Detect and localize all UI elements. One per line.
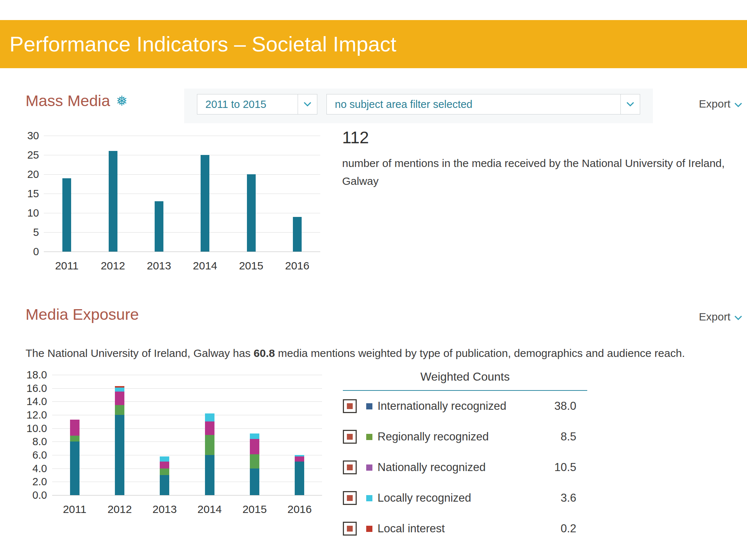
bar bbox=[247, 174, 256, 252]
legend-row: Regionally recognized8.5 bbox=[343, 421, 587, 452]
subject-filter-value: no subject area filter selected bbox=[327, 98, 620, 110]
mentions-count: 112 bbox=[342, 128, 736, 147]
media-exposure-stacked-chart: 0.02.04.06.08.010.012.014.016.018.0 2011… bbox=[20, 375, 325, 521]
bar-chart-plot bbox=[52, 375, 322, 495]
legend-value: 10.5 bbox=[554, 461, 587, 474]
y-tick-label: 0 bbox=[33, 246, 39, 258]
gridline bbox=[52, 388, 322, 389]
filter-toggle-mark bbox=[347, 526, 353, 532]
stacked-bar-segment bbox=[250, 433, 259, 439]
summary-value: 60.8 bbox=[253, 347, 275, 359]
stacked-bar-segment bbox=[160, 456, 169, 462]
bar bbox=[62, 178, 71, 252]
stacked-bar-segment bbox=[250, 468, 259, 495]
x-tick-label: 2016 bbox=[287, 503, 312, 516]
page: Performance Indicators – Societal Impact… bbox=[0, 0, 747, 560]
mass-media-stat: 112 number of mentions in the media rece… bbox=[342, 128, 736, 190]
mass-media-export-button[interactable]: Export bbox=[699, 98, 742, 110]
summary-prefix: The National University of Ireland, Galw… bbox=[26, 347, 253, 359]
chevron-down-icon bbox=[734, 311, 742, 323]
export-label: Export bbox=[699, 311, 731, 323]
gridline bbox=[44, 155, 320, 155]
gridline bbox=[44, 232, 320, 233]
gridline bbox=[52, 442, 322, 442]
stacked-bar-segment bbox=[115, 392, 124, 405]
y-tick-label: 30 bbox=[27, 130, 39, 142]
y-axis-labels: 051015202530 bbox=[20, 136, 41, 252]
media-exposure-summary: The National University of Ireland, Galw… bbox=[26, 347, 729, 359]
legend-label: Nationally recognized bbox=[378, 461, 485, 474]
gridline bbox=[52, 401, 322, 402]
stacked-bar-segment bbox=[70, 420, 80, 436]
y-tick-label: 12.0 bbox=[27, 409, 47, 421]
bar bbox=[293, 217, 302, 252]
bar bbox=[155, 201, 163, 252]
year-range-dropdown[interactable]: 2011 to 2015 bbox=[197, 94, 317, 114]
legend-label: Locally recognized bbox=[378, 491, 471, 505]
gridline bbox=[44, 174, 320, 175]
y-tick-label: 15 bbox=[27, 188, 39, 200]
y-axis-labels: 0.02.04.06.08.010.012.014.016.018.0 bbox=[20, 375, 49, 495]
filter-toggle-button[interactable] bbox=[343, 399, 357, 413]
stacked-bar-segment bbox=[250, 439, 259, 454]
stacked-bar-segment bbox=[115, 386, 124, 388]
gridline bbox=[44, 252, 320, 252]
bar-chart-plot bbox=[44, 136, 320, 252]
x-tick-label: 2015 bbox=[239, 260, 263, 272]
filter-toggle-button[interactable] bbox=[343, 522, 357, 536]
legend-value: 8.5 bbox=[561, 430, 587, 443]
mentions-description: number of mentions in the media received… bbox=[342, 155, 736, 190]
legend-row: Local interest0.2 bbox=[343, 513, 587, 544]
stacked-bar-segment bbox=[295, 462, 304, 495]
x-tick-label: 2011 bbox=[63, 503, 86, 516]
y-tick-label: 8.0 bbox=[32, 436, 47, 448]
stacked-bar-segment bbox=[205, 413, 214, 421]
stacked-bar-segment bbox=[115, 415, 124, 495]
stacked-bar-segment bbox=[160, 462, 169, 468]
weighted-counts-legend: Weighted Counts Internationally recogniz… bbox=[343, 370, 587, 544]
filter-toggle-mark bbox=[347, 403, 353, 409]
legend-label: Internationally recognized bbox=[378, 400, 506, 413]
gridline bbox=[52, 495, 322, 495]
gridline bbox=[52, 455, 322, 455]
stacked-bar-segment bbox=[295, 456, 304, 462]
stacked-bar-segment bbox=[70, 436, 80, 442]
legend-rows: Internationally recognized38.0Regionally… bbox=[343, 391, 587, 544]
subject-filter-dropdown[interactable]: no subject area filter selected bbox=[326, 94, 640, 114]
y-tick-label: 6.0 bbox=[32, 449, 47, 461]
gridline bbox=[44, 194, 320, 194]
filter-toggle-button[interactable] bbox=[343, 430, 357, 444]
legend-row: Nationally recognized10.5 bbox=[343, 452, 587, 483]
gridline bbox=[52, 468, 322, 469]
y-tick-label: 10.0 bbox=[27, 422, 47, 434]
filter-toggle-mark bbox=[347, 464, 353, 470]
stacked-bar-segment bbox=[160, 475, 169, 495]
x-tick-label: 2011 bbox=[55, 260, 79, 272]
y-tick-label: 2.0 bbox=[32, 476, 47, 488]
y-tick-label: 20 bbox=[27, 168, 39, 180]
chevron-down-icon[interactable] bbox=[298, 94, 317, 114]
gridline bbox=[44, 136, 320, 136]
legend-label: Regionally recognized bbox=[378, 430, 489, 443]
legend-value: 0.2 bbox=[561, 522, 587, 535]
chevron-down-icon[interactable] bbox=[620, 94, 640, 114]
x-tick-label: 2012 bbox=[101, 260, 125, 272]
bar bbox=[201, 155, 209, 252]
legend-color-swatch bbox=[366, 464, 372, 471]
x-tick-label: 2014 bbox=[193, 260, 217, 272]
media-exposure-export-button[interactable]: Export bbox=[699, 311, 742, 323]
x-tick-label: 2012 bbox=[108, 503, 132, 516]
snowflake-icon[interactable]: ❅ bbox=[116, 94, 128, 108]
filter-toggle-button[interactable] bbox=[343, 460, 357, 474]
y-tick-label: 25 bbox=[27, 149, 39, 161]
x-axis-labels: 201120122013201420152016 bbox=[44, 256, 320, 272]
y-tick-label: 18.0 bbox=[27, 369, 47, 381]
legend-row: Locally recognized3.6 bbox=[343, 483, 587, 513]
stacked-bar-segment bbox=[70, 442, 80, 495]
x-tick-label: 2013 bbox=[152, 503, 177, 516]
filter-toggle-button[interactable] bbox=[343, 491, 357, 505]
stacked-bar-segment bbox=[205, 421, 214, 435]
chevron-down-icon bbox=[734, 98, 742, 110]
stacked-bar-segment bbox=[115, 388, 124, 392]
x-tick-label: 2013 bbox=[147, 260, 171, 272]
